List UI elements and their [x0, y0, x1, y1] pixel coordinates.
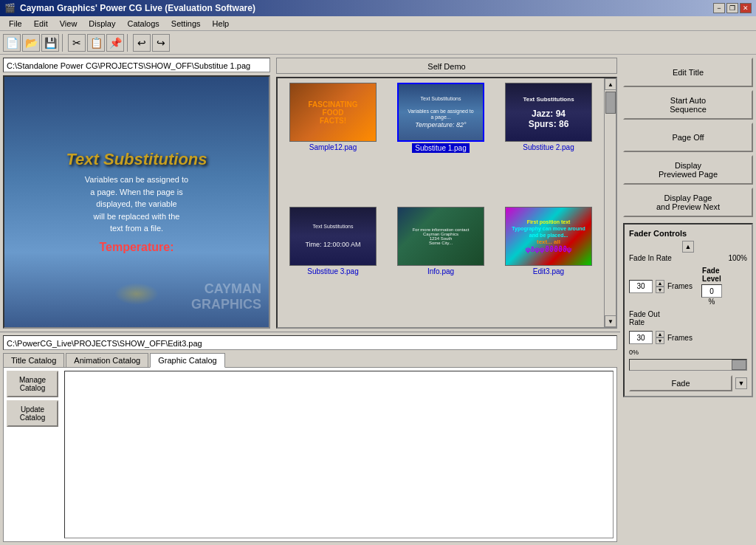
fade-button[interactable]: Fade: [629, 375, 732, 391]
thumbnail-inner: FASCINATINGFOODFACTS!: [290, 83, 376, 141]
fade-out-frames-label: Frames: [667, 334, 693, 342]
fade-out-spin-up[interactable]: ▲: [656, 331, 664, 337]
fader-scroll-down[interactable]: ▼: [735, 377, 747, 389]
title-bar-controls: − ❐ ✕: [713, 3, 752, 13]
fader-scrollbar[interactable]: [629, 359, 747, 371]
manage-catalog-button[interactable]: ManageCatalog: [7, 371, 58, 397]
display-previewed-page-button[interactable]: DisplayPreviewed Page: [623, 155, 753, 185]
thumbnail-label: Edit3.pag: [533, 267, 564, 275]
thumbnail-image: Text Substitutions Jazz: 94Spurs: 86: [505, 83, 592, 142]
paste-button[interactable]: 📌: [106, 34, 124, 52]
thumbnail-header-text: Text Substitutions: [523, 96, 574, 103]
menu-view[interactable]: View: [54, 18, 83, 30]
scroll-track: [605, 90, 616, 315]
save-button[interactable]: 💾: [41, 34, 59, 52]
undo-button[interactable]: ↩: [133, 34, 151, 52]
thumbnail-temp: Temperature: 82°: [415, 121, 466, 128]
preview-body-text: Variables can be assigned to a page. Whe…: [85, 174, 188, 235]
scroll-up-button[interactable]: ▲: [605, 78, 616, 90]
tab-title-catalog[interactable]: Title Catalog: [3, 353, 64, 368]
fader-scroll-thumb[interactable]: [732, 360, 746, 370]
restore-button[interactable]: ❐: [726, 3, 738, 13]
catalog-tabs: Title Catalog Animation Catalog Graphic …: [3, 353, 617, 368]
preview-watermark: CAYMANGRAPHICS: [191, 281, 261, 312]
thumbnail-item[interactable]: Text Substitutions Jazz: 94Spurs: 86 Sub…: [496, 81, 601, 202]
thumbnail-grid: FASCINATINGFOODFACTS! Sample12.pag Text …: [278, 78, 616, 327]
menu-display[interactable]: Display: [83, 18, 121, 30]
page-off-button[interactable]: Page Off: [623, 123, 753, 152]
menu-file[interactable]: File: [3, 18, 28, 30]
close-button[interactable]: ✕: [740, 3, 752, 13]
preview-area: C:\Standalone Power CG\PROJECTS\SHOW_OFF…: [0, 55, 273, 332]
fade-in-spin-down[interactable]: ▼: [656, 287, 664, 293]
menu-settings[interactable]: Settings: [165, 18, 207, 30]
fade-in-value-input[interactable]: [629, 280, 653, 293]
fade-out-rate-row: Fade Out Rate: [629, 310, 747, 326]
redo-button[interactable]: ↪: [152, 34, 170, 52]
fade-out-spinners: ▲ ▼: [656, 331, 664, 344]
fade-in-label: Fade In Rate: [629, 254, 677, 262]
thumbnail-item[interactable]: FASCINATINGFOODFACTS! Sample12.pag: [281, 81, 385, 202]
thumbnail-item[interactable]: For more information contactCayman Graph…: [388, 205, 493, 325]
scroll-down-button[interactable]: ▼: [605, 315, 616, 327]
thumbnail-item[interactable]: Text Substitutions Time: 12:00:00 AM Sub…: [281, 205, 385, 325]
thumbnail-label: Sample12.pag: [309, 143, 357, 151]
thumbnail-inner: First position textTypography can move a…: [506, 208, 591, 265]
left-panel: C:\Standalone Power CG\PROJECTS\SHOW_OFF…: [0, 55, 620, 545]
thumbnail-label: Substitue 1.pag: [412, 143, 470, 153]
display-page-preview-next-button[interactable]: Display Pageand Preview Next: [623, 188, 753, 217]
thumbnail-header-text2: Text Substitutions: [313, 224, 354, 229]
fade-out-controls-row: ▲ ▼ Frames: [629, 331, 747, 344]
toolbar: 📄 📂 💾 ✂ 📋 📌 ↩ ↪: [0, 31, 756, 55]
thumbnail-neon-sub: ψδψψϑϑϑϑϑψ: [526, 246, 572, 253]
menu-catalogs[interactable]: Catalogs: [121, 18, 165, 30]
thumbnail-inner: Text SubstitutionsVariables can be assig…: [399, 84, 483, 140]
catalog-header: Self Demo: [276, 58, 617, 74]
thumbnail-body: Text SubstitutionsVariables can be assig…: [408, 96, 473, 121]
start-auto-sequence-button[interactable]: Start AutoSequence: [623, 90, 753, 120]
bottom-path: C:\PowerCG_Live\PROJECTS\SHOW_OFF\Edit3.…: [3, 335, 617, 350]
fade-in-rate-row: Fade In Rate 100%: [629, 254, 747, 262]
thumbnail-image: Text Substitutions Time: 12:00:00 AM: [289, 207, 377, 266]
thumbnail-image: For more information contactCayman Graph…: [397, 207, 484, 266]
fade-in-spin-up[interactable]: ▲: [656, 280, 664, 287]
cut-button[interactable]: ✂: [68, 34, 86, 52]
thumbnail-neon-text: First position textTypography can move a…: [512, 219, 585, 247]
fade-in-pct: 100%: [728, 254, 747, 262]
thumbnail-label: Substitue 3.pag: [307, 267, 359, 275]
fade-out-spin-down[interactable]: ▼: [656, 337, 664, 344]
update-catalog-button[interactable]: UpdateCatalog: [7, 400, 58, 427]
edit-title-button[interactable]: Edit Title: [623, 58, 753, 87]
fader-title: Fader Controls: [629, 229, 747, 238]
right-panel: Edit Title Start AutoSequence Page Off D…: [620, 55, 756, 545]
new-button[interactable]: 📄: [3, 34, 21, 52]
fade-level-input[interactable]: [701, 284, 722, 298]
catalog-list-area: [64, 371, 614, 538]
thumbnail-image: FASCINATINGFOODFACTS!: [289, 83, 377, 142]
fader-scroll-up[interactable]: ▲: [682, 241, 694, 253]
menu-edit[interactable]: Edit: [28, 18, 54, 30]
tab-graphic-catalog[interactable]: Graphic Catalog: [150, 353, 225, 368]
thumbnail-item[interactable]: First position textTypography can move a…: [496, 205, 601, 325]
fader-panel: Fader Controls ▲ Fade In Rate 100% ▲ ▼ F…: [623, 223, 753, 397]
main-layout: C:\Standalone Power CG\PROJECTS\SHOW_OFF…: [0, 55, 756, 545]
thumbnail-title: FASCINATINGFOODFACTS!: [308, 100, 357, 125]
fade-level-group: FadeLevel %: [701, 267, 722, 306]
fade-out-value-input[interactable]: [629, 331, 653, 344]
catalog-area: Self Demo FASCINATINGFOODFACTS! Sample12…: [273, 55, 620, 332]
open-button[interactable]: 📂: [22, 34, 40, 52]
copy-button[interactable]: 📋: [87, 34, 105, 52]
tab-animation-catalog[interactable]: Animation Catalog: [66, 353, 148, 368]
minimize-button[interactable]: −: [713, 3, 725, 13]
thumbnail-time: Time: 12:00:00 AM: [305, 241, 360, 248]
toolbar-sep2: [127, 34, 130, 52]
thumbnail-item[interactable]: Text SubstitutionsVariables can be assig…: [388, 81, 493, 202]
preview-path: C:\Standalone Power CG\PROJECTS\SHOW_OFF…: [3, 58, 270, 72]
title-bar: 🎬 Cayman Graphics' Power CG Live (Evalua…: [0, 0, 756, 16]
menu-help[interactable]: Help: [207, 18, 236, 30]
thumbnail-image: Text SubstitutionsVariables can be assig…: [397, 83, 484, 142]
preview-title-text: Text Substitutions: [66, 150, 207, 169]
fade-level-pct-label: %: [708, 298, 715, 306]
thumbnail-image: First position textTypography can move a…: [505, 207, 592, 266]
scroll-thumb[interactable]: [605, 92, 616, 114]
